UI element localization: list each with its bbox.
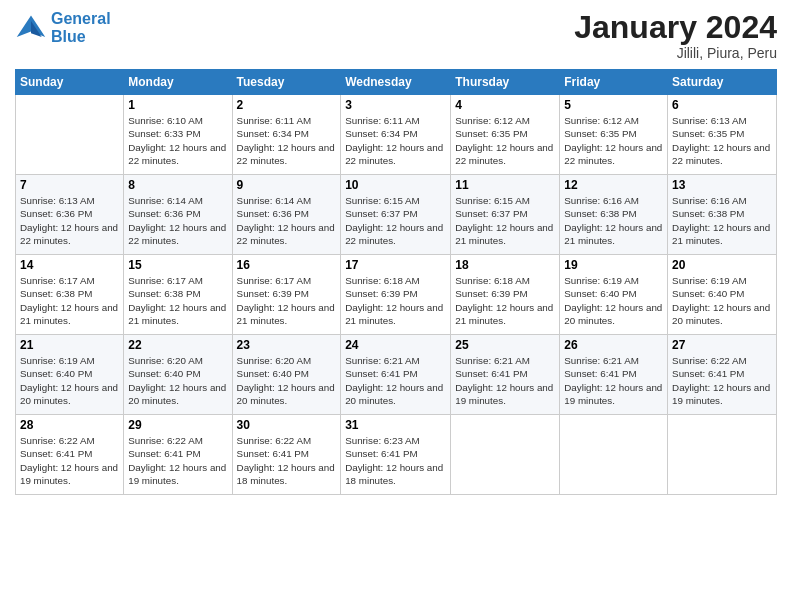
day-number: 31 [345,418,446,432]
week-row-1: 1Sunrise: 6:10 AMSunset: 6:33 PMDaylight… [16,95,777,175]
day-number: 12 [564,178,663,192]
day-number: 6 [672,98,772,112]
day-cell: 4Sunrise: 6:12 AMSunset: 6:35 PMDaylight… [451,95,560,175]
month-title: January 2024 [574,10,777,45]
day-number: 30 [237,418,337,432]
day-cell: 11Sunrise: 6:15 AMSunset: 6:37 PMDayligh… [451,175,560,255]
day-cell: 3Sunrise: 6:11 AMSunset: 6:34 PMDaylight… [341,95,451,175]
col-header-saturday: Saturday [668,70,777,95]
calendar-header-row: SundayMondayTuesdayWednesdayThursdayFrid… [16,70,777,95]
day-info: Sunrise: 6:12 AMSunset: 6:35 PMDaylight:… [455,114,555,167]
day-cell: 6Sunrise: 6:13 AMSunset: 6:35 PMDaylight… [668,95,777,175]
title-block: January 2024 Jilili, Piura, Peru [574,10,777,61]
day-cell: 30Sunrise: 6:22 AMSunset: 6:41 PMDayligh… [232,415,341,495]
day-info: Sunrise: 6:13 AMSunset: 6:36 PMDaylight:… [20,194,119,247]
day-number: 8 [128,178,227,192]
location: Jilili, Piura, Peru [574,45,777,61]
day-cell [16,95,124,175]
day-cell: 15Sunrise: 6:17 AMSunset: 6:38 PMDayligh… [124,255,232,335]
day-cell: 1Sunrise: 6:10 AMSunset: 6:33 PMDaylight… [124,95,232,175]
day-number: 11 [455,178,555,192]
logo-text: General Blue [51,10,111,46]
page: General Blue January 2024 Jilili, Piura,… [0,0,792,612]
day-info: Sunrise: 6:17 AMSunset: 6:39 PMDaylight:… [237,274,337,327]
day-number: 28 [20,418,119,432]
day-cell: 31Sunrise: 6:23 AMSunset: 6:41 PMDayligh… [341,415,451,495]
day-number: 27 [672,338,772,352]
col-header-friday: Friday [560,70,668,95]
day-cell: 28Sunrise: 6:22 AMSunset: 6:41 PMDayligh… [16,415,124,495]
col-header-tuesday: Tuesday [232,70,341,95]
day-info: Sunrise: 6:22 AMSunset: 6:41 PMDaylight:… [128,434,227,487]
week-row-4: 21Sunrise: 6:19 AMSunset: 6:40 PMDayligh… [16,335,777,415]
day-number: 16 [237,258,337,272]
calendar-table: SundayMondayTuesdayWednesdayThursdayFrid… [15,69,777,495]
day-info: Sunrise: 6:21 AMSunset: 6:41 PMDaylight:… [564,354,663,407]
day-info: Sunrise: 6:22 AMSunset: 6:41 PMDaylight:… [237,434,337,487]
day-number: 24 [345,338,446,352]
day-number: 19 [564,258,663,272]
day-cell [451,415,560,495]
day-number: 2 [237,98,337,112]
col-header-wednesday: Wednesday [341,70,451,95]
logo: General Blue [15,10,111,46]
day-info: Sunrise: 6:13 AMSunset: 6:35 PMDaylight:… [672,114,772,167]
day-number: 10 [345,178,446,192]
day-number: 1 [128,98,227,112]
day-info: Sunrise: 6:15 AMSunset: 6:37 PMDaylight:… [455,194,555,247]
day-number: 29 [128,418,227,432]
day-number: 7 [20,178,119,192]
day-number: 13 [672,178,772,192]
week-row-2: 7Sunrise: 6:13 AMSunset: 6:36 PMDaylight… [16,175,777,255]
col-header-monday: Monday [124,70,232,95]
logo-icon [15,12,47,44]
day-info: Sunrise: 6:22 AMSunset: 6:41 PMDaylight:… [672,354,772,407]
day-cell: 16Sunrise: 6:17 AMSunset: 6:39 PMDayligh… [232,255,341,335]
day-info: Sunrise: 6:23 AMSunset: 6:41 PMDaylight:… [345,434,446,487]
day-info: Sunrise: 6:22 AMSunset: 6:41 PMDaylight:… [20,434,119,487]
day-info: Sunrise: 6:15 AMSunset: 6:37 PMDaylight:… [345,194,446,247]
day-info: Sunrise: 6:19 AMSunset: 6:40 PMDaylight:… [564,274,663,327]
day-info: Sunrise: 6:18 AMSunset: 6:39 PMDaylight:… [455,274,555,327]
day-info: Sunrise: 6:14 AMSunset: 6:36 PMDaylight:… [128,194,227,247]
day-info: Sunrise: 6:10 AMSunset: 6:33 PMDaylight:… [128,114,227,167]
day-info: Sunrise: 6:20 AMSunset: 6:40 PMDaylight:… [128,354,227,407]
day-cell: 21Sunrise: 6:19 AMSunset: 6:40 PMDayligh… [16,335,124,415]
day-cell: 5Sunrise: 6:12 AMSunset: 6:35 PMDaylight… [560,95,668,175]
header: General Blue January 2024 Jilili, Piura,… [15,10,777,61]
day-number: 3 [345,98,446,112]
day-info: Sunrise: 6:17 AMSunset: 6:38 PMDaylight:… [128,274,227,327]
day-number: 23 [237,338,337,352]
day-cell: 25Sunrise: 6:21 AMSunset: 6:41 PMDayligh… [451,335,560,415]
day-cell: 26Sunrise: 6:21 AMSunset: 6:41 PMDayligh… [560,335,668,415]
day-info: Sunrise: 6:20 AMSunset: 6:40 PMDaylight:… [237,354,337,407]
day-cell: 20Sunrise: 6:19 AMSunset: 6:40 PMDayligh… [668,255,777,335]
day-cell: 19Sunrise: 6:19 AMSunset: 6:40 PMDayligh… [560,255,668,335]
day-cell: 9Sunrise: 6:14 AMSunset: 6:36 PMDaylight… [232,175,341,255]
day-cell: 17Sunrise: 6:18 AMSunset: 6:39 PMDayligh… [341,255,451,335]
day-number: 20 [672,258,772,272]
day-info: Sunrise: 6:19 AMSunset: 6:40 PMDaylight:… [20,354,119,407]
day-number: 15 [128,258,227,272]
day-info: Sunrise: 6:11 AMSunset: 6:34 PMDaylight:… [237,114,337,167]
day-cell: 22Sunrise: 6:20 AMSunset: 6:40 PMDayligh… [124,335,232,415]
day-info: Sunrise: 6:18 AMSunset: 6:39 PMDaylight:… [345,274,446,327]
svg-marker-1 [31,21,42,37]
day-cell: 18Sunrise: 6:18 AMSunset: 6:39 PMDayligh… [451,255,560,335]
day-number: 14 [20,258,119,272]
day-cell: 12Sunrise: 6:16 AMSunset: 6:38 PMDayligh… [560,175,668,255]
day-info: Sunrise: 6:16 AMSunset: 6:38 PMDaylight:… [564,194,663,247]
day-info: Sunrise: 6:21 AMSunset: 6:41 PMDaylight:… [455,354,555,407]
day-info: Sunrise: 6:14 AMSunset: 6:36 PMDaylight:… [237,194,337,247]
day-info: Sunrise: 6:19 AMSunset: 6:40 PMDaylight:… [672,274,772,327]
day-number: 25 [455,338,555,352]
day-number: 9 [237,178,337,192]
day-info: Sunrise: 6:17 AMSunset: 6:38 PMDaylight:… [20,274,119,327]
day-info: Sunrise: 6:12 AMSunset: 6:35 PMDaylight:… [564,114,663,167]
day-number: 5 [564,98,663,112]
day-number: 26 [564,338,663,352]
week-row-5: 28Sunrise: 6:22 AMSunset: 6:41 PMDayligh… [16,415,777,495]
day-cell: 8Sunrise: 6:14 AMSunset: 6:36 PMDaylight… [124,175,232,255]
day-cell: 29Sunrise: 6:22 AMSunset: 6:41 PMDayligh… [124,415,232,495]
day-number: 4 [455,98,555,112]
